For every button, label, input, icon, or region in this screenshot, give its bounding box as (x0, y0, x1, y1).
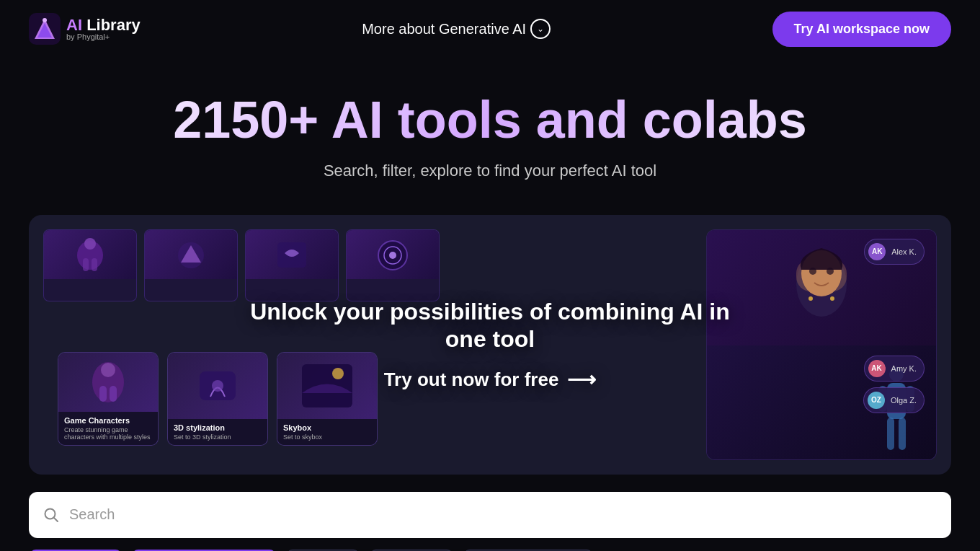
logo-text: AI Library by Phygital+ (66, 17, 141, 41)
banner-overlay: Unlock your possibilities of combining A… (29, 215, 951, 475)
arrow-icon: ⟶ (567, 368, 596, 392)
search-input[interactable] (69, 506, 937, 523)
feature-banner: Game Characters Create stunning game cha… (29, 215, 951, 475)
svg-point-1 (43, 18, 47, 22)
navbar: AI Library by Phygital+ More about Gener… (0, 0, 980, 58)
nav-chevron-icon[interactable]: ⌄ (530, 19, 551, 39)
logo-library-text: Library (86, 16, 141, 34)
search-section (29, 492, 951, 538)
banner-cta[interactable]: Try out now for free ⟶ (384, 368, 597, 392)
nav-center: More about Generative AI ⌄ (362, 19, 551, 39)
search-icon (43, 507, 59, 523)
logo-ai-label: AI Library (66, 17, 141, 33)
hero-section: 2150+ AI tools and colabs Search, filter… (0, 58, 980, 198)
logo: AI Library by Phygital+ (29, 13, 141, 45)
hero-subtitle: Search, filter, explore to find your per… (29, 162, 951, 180)
banner-cta-text: Try out now for free (384, 369, 559, 391)
try-workspace-button[interactable]: Try AI workspace now (772, 12, 951, 47)
banner-heading: Unlock your possibilities of combining A… (238, 298, 742, 353)
search-bar (29, 492, 951, 538)
logo-icon (29, 13, 61, 45)
logo-by-text: by Phygital+ (66, 33, 141, 41)
hero-title: 2150+ AI tools and colabs (29, 92, 951, 149)
nav-more-link[interactable]: More about Generative AI (362, 21, 526, 38)
